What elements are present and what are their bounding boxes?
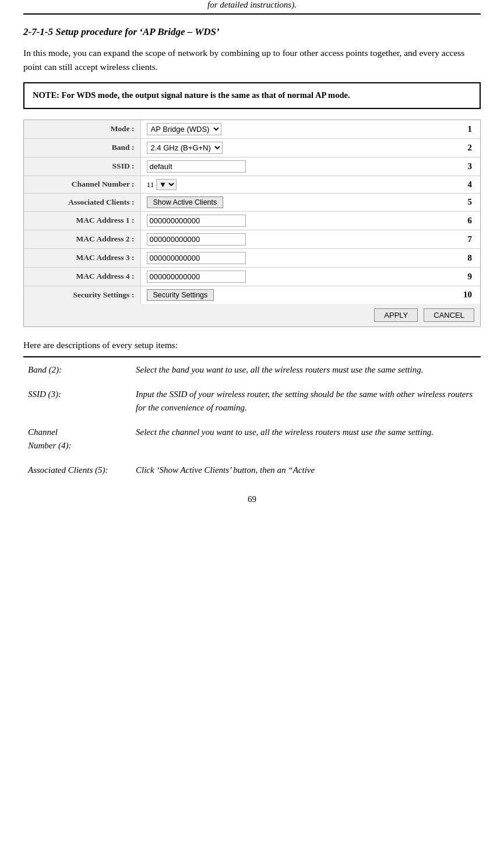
section-title: 2-7-1-5 Setup procedure for ‘AP Bridge –… <box>23 26 481 38</box>
row-number: 2 <box>433 138 480 157</box>
row-number: 1 <box>433 120 480 139</box>
desc-table: Band (2):Select the band you want to use… <box>23 356 481 483</box>
desc-text: Select the band you want to use, all the… <box>131 357 481 382</box>
form-select[interactable]: 2.4 GHz (B+G+N) <box>147 142 223 154</box>
row-value: Security Settings <box>140 286 433 304</box>
desc-intro: Here are descriptions of every setup ite… <box>23 340 481 350</box>
row-label: Band : <box>24 138 140 157</box>
row-value: AP Bridge (WDS) <box>140 120 433 139</box>
form-input[interactable] <box>147 252 246 264</box>
row-value <box>140 157 433 175</box>
row-number: 10 <box>433 286 480 304</box>
desc-label: Band (2): <box>23 357 131 382</box>
row-number: 6 <box>433 211 480 230</box>
note-box: NOTE: For WDS mode, the output signal na… <box>23 82 481 109</box>
action-row: APPLY CANCEL <box>24 304 480 327</box>
row-label: Mode : <box>24 120 140 139</box>
row-number: 7 <box>433 230 480 248</box>
cancel-button[interactable]: CANCEL <box>424 308 474 322</box>
row-number: 8 <box>433 248 480 267</box>
desc-text: Input the SSID of your wireless router, … <box>131 382 481 420</box>
row-value <box>140 248 433 267</box>
settings-table: Mode :AP Bridge (WDS)1Band :2.4 GHz (B+G… <box>24 120 480 304</box>
row-label: MAC Address 1 : <box>24 211 140 230</box>
top-line: for detailed instructions). <box>23 0 481 15</box>
description-section: Here are descriptions of every setup ite… <box>23 340 481 483</box>
row-label: MAC Address 3 : <box>24 248 140 267</box>
row-label: SSID : <box>24 157 140 175</box>
intro-text: In this mode, you can expand the scope o… <box>23 46 481 74</box>
row-value: 11 ▼ <box>140 175 433 193</box>
form-select[interactable]: AP Bridge (WDS) <box>147 123 221 135</box>
desc-label: Channel Number (4): <box>23 420 131 458</box>
row-label: Security Settings : <box>24 286 140 304</box>
desc-label: Associated Clients (5): <box>23 458 131 483</box>
form-action-button[interactable]: Show Active Clients <box>147 196 224 208</box>
row-number: 9 <box>433 267 480 286</box>
form-input[interactable] <box>147 233 246 245</box>
desc-label: SSID (3): <box>23 382 131 420</box>
row-number: 5 <box>433 193 480 211</box>
row-number: 4 <box>433 175 480 193</box>
form-input[interactable] <box>147 271 246 283</box>
page-number: 69 <box>23 494 481 504</box>
channel-select[interactable]: ▼ <box>156 179 177 190</box>
row-label: Associated Clients : <box>24 193 140 211</box>
row-label: MAC Address 4 : <box>24 267 140 286</box>
form-input[interactable] <box>147 215 246 227</box>
row-label: MAC Address 2 : <box>24 230 140 248</box>
form-input[interactable] <box>147 160 246 173</box>
row-value <box>140 211 433 230</box>
row-value <box>140 230 433 248</box>
desc-text: Select the channel you want to use, all … <box>131 420 481 458</box>
row-label: Channel Number : <box>24 175 140 193</box>
form-container: Mode :AP Bridge (WDS)1Band :2.4 GHz (B+G… <box>23 120 481 327</box>
desc-text: Click ‘Show Active Clients’ button, then… <box>131 458 481 483</box>
row-value <box>140 267 433 286</box>
row-value: Show Active Clients <box>140 193 433 211</box>
apply-button[interactable]: APPLY <box>374 308 418 322</box>
row-number: 3 <box>433 157 480 175</box>
form-action-button[interactable]: Security Settings <box>147 289 214 301</box>
row-value: 2.4 GHz (B+G+N) <box>140 138 433 157</box>
